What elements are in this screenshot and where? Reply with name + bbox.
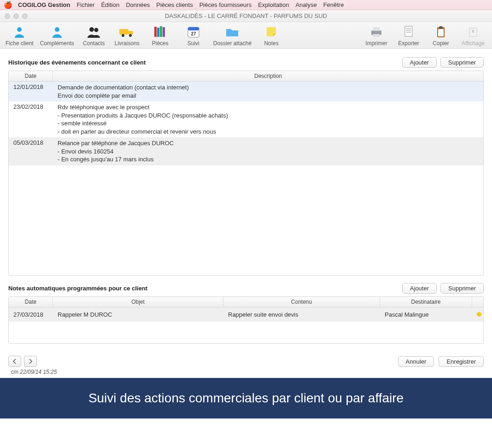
menu-exploitation[interactable]: Exploitation bbox=[258, 1, 289, 8]
history-desc: Rdv téléphonique avec le prospect - Pres… bbox=[53, 103, 483, 136]
svg-point-1 bbox=[55, 27, 59, 32]
menu-fichier[interactable]: Fichier bbox=[76, 1, 94, 8]
toolbar-exporter[interactable]: Exporter bbox=[395, 25, 422, 47]
folder-icon bbox=[224, 25, 240, 39]
notes-add-button[interactable]: Ajouter bbox=[402, 283, 437, 294]
history-table: Date Description 12/01/2018 Demande de d… bbox=[8, 71, 484, 276]
menu-edition[interactable]: Édition bbox=[101, 1, 119, 8]
prev-button[interactable] bbox=[8, 356, 21, 367]
arrow-left-icon bbox=[12, 359, 18, 364]
toolbar-label: Compléments bbox=[40, 40, 74, 47]
person-cyan-icon bbox=[49, 25, 65, 39]
history-row[interactable]: 05/03/2018 Relance par téléphone de Jacq… bbox=[9, 137, 483, 165]
truck-icon bbox=[119, 25, 135, 39]
menu-pieces-clients[interactable]: Pièces clients bbox=[156, 1, 193, 8]
cancel-button[interactable]: Annuler bbox=[398, 356, 434, 367]
svg-point-3 bbox=[94, 28, 98, 32]
history-col-description[interactable]: Description bbox=[53, 71, 483, 81]
svg-rect-11 bbox=[163, 27, 165, 37]
notes-row[interactable]: 27/03/2018 Rappeler M DUROC Rappeler sui… bbox=[9, 307, 483, 322]
notes-col-date[interactable]: Date bbox=[9, 297, 53, 307]
svg-rect-23 bbox=[438, 29, 444, 36]
toolbar-label: Notes bbox=[264, 40, 278, 47]
notes-col-destinataire[interactable]: Destinataire bbox=[380, 297, 472, 307]
svg-rect-16 bbox=[373, 27, 380, 31]
toolbar-suivi[interactable]: 27 Suivi bbox=[180, 25, 207, 47]
save-button[interactable]: Enregistrer bbox=[439, 356, 484, 367]
toolbar-label: Imprimer bbox=[365, 40, 387, 47]
menu-analyse[interactable]: Analyse bbox=[295, 1, 316, 8]
history-row[interactable]: 12/01/2018 Demande de documentation (con… bbox=[9, 82, 483, 101]
notes-remove-button[interactable]: Supprimer bbox=[440, 283, 484, 294]
svg-point-7 bbox=[129, 34, 132, 37]
history-desc: Demande de documentation (contact via in… bbox=[53, 83, 483, 100]
toolbar-notes[interactable]: Notes bbox=[258, 25, 285, 47]
svg-rect-17 bbox=[373, 34, 380, 37]
history-date: 12/01/2018 bbox=[9, 83, 53, 90]
apple-menu-icon[interactable]: 🍎 bbox=[4, 1, 12, 9]
caption-banner: Suivi des actions commerciales par clien… bbox=[0, 378, 492, 419]
notes-contenu: Rappeler suite envoi devis bbox=[223, 309, 380, 320]
toolbar-label: Pièces bbox=[152, 40, 169, 47]
notes-date: 27/03/2018 bbox=[9, 309, 53, 320]
toolbar-label: Suivi bbox=[187, 40, 199, 47]
toolbar-dossier-attache[interactable]: Dossier attaché bbox=[213, 25, 252, 47]
notes-title: Notes automatiques programmées pour ce c… bbox=[8, 285, 147, 292]
svg-rect-13 bbox=[188, 27, 199, 30]
history-add-button[interactable]: Ajouter bbox=[402, 57, 437, 68]
svg-point-0 bbox=[17, 27, 22, 32]
next-button[interactable] bbox=[24, 356, 37, 367]
notes-table: Date Objet Contenu Destinataire 27/03/20… bbox=[8, 296, 484, 344]
notes-col-status[interactable] bbox=[472, 297, 483, 307]
toolbar-label: Contacts bbox=[83, 40, 105, 47]
menu-fenetre[interactable]: Fenêtre bbox=[323, 1, 344, 8]
svg-text:27: 27 bbox=[191, 31, 196, 36]
toolbar-contacts[interactable]: Contacts bbox=[81, 25, 107, 47]
window-titlebar: DASKALIDÈS - LE CARRÉ FONDANT - PARFUMS … bbox=[0, 10, 492, 22]
toolbar-copier[interactable]: Copier bbox=[428, 25, 454, 47]
printer-icon bbox=[369, 25, 384, 39]
toolbar-label: Fiche client bbox=[6, 40, 34, 47]
history-date: 05/03/2018 bbox=[9, 139, 53, 146]
menu-pieces-fournisseurs[interactable]: Pièces fournisseurs bbox=[199, 1, 252, 8]
toolbar-pieces[interactable]: Pièces bbox=[147, 25, 174, 47]
person-blue-icon bbox=[12, 25, 27, 39]
arrow-right-icon bbox=[28, 359, 33, 364]
window-title: DASKALIDÈS - LE CARRÉ FONDANT - PARFUMS … bbox=[0, 12, 492, 19]
toolbar-fiche-client[interactable]: Fiche client bbox=[6, 25, 34, 47]
toolbar-livraisons[interactable]: Livraisons bbox=[114, 25, 141, 47]
notes-section: Notes automatiques programmées pour ce c… bbox=[8, 283, 484, 344]
svg-rect-9 bbox=[157, 28, 159, 37]
svg-rect-26 bbox=[472, 30, 474, 33]
app-name[interactable]: COGILOG Gestion bbox=[18, 1, 70, 8]
toolbar-label: Copier bbox=[433, 40, 449, 47]
svg-point-2 bbox=[89, 27, 94, 32]
people-icon bbox=[86, 25, 102, 39]
svg-rect-18 bbox=[405, 26, 412, 36]
document-icon bbox=[401, 25, 416, 39]
books-icon bbox=[152, 25, 168, 39]
history-date: 23/02/2018 bbox=[9, 103, 53, 110]
timestamp: cm 22/09/14 15:25 bbox=[0, 369, 492, 378]
svg-rect-4 bbox=[119, 29, 129, 35]
toolbar-affichage[interactable]: Affichage bbox=[460, 25, 486, 47]
toolbar-label: Exporter bbox=[398, 40, 419, 47]
notes-col-objet[interactable]: Objet bbox=[53, 297, 223, 307]
toolbar-complements[interactable]: Compléments bbox=[40, 25, 74, 47]
toolbar: Fiche client Compléments Contacts Livrai… bbox=[0, 22, 492, 49]
svg-point-6 bbox=[122, 34, 124, 37]
notes-status-cell bbox=[472, 309, 483, 320]
notes-destinataire: Pascal Malingue bbox=[380, 309, 472, 320]
notes-objet: Rappeler M DUROC bbox=[53, 309, 223, 320]
toolbar-label: Dossier attaché bbox=[213, 40, 252, 47]
clipboard-icon bbox=[433, 25, 449, 39]
history-remove-button[interactable]: Supprimer bbox=[440, 57, 484, 68]
toolbar-label: Livraisons bbox=[115, 40, 140, 47]
svg-rect-10 bbox=[160, 26, 162, 37]
notes-col-contenu[interactable]: Contenu bbox=[223, 297, 380, 307]
history-row[interactable]: 23/02/2018 Rdv téléphonique avec le pros… bbox=[9, 101, 483, 137]
menu-donnees[interactable]: Données bbox=[126, 1, 150, 8]
svg-rect-8 bbox=[154, 27, 157, 37]
toolbar-imprimer[interactable]: Imprimer bbox=[363, 25, 390, 47]
history-col-date[interactable]: Date bbox=[9, 71, 53, 81]
